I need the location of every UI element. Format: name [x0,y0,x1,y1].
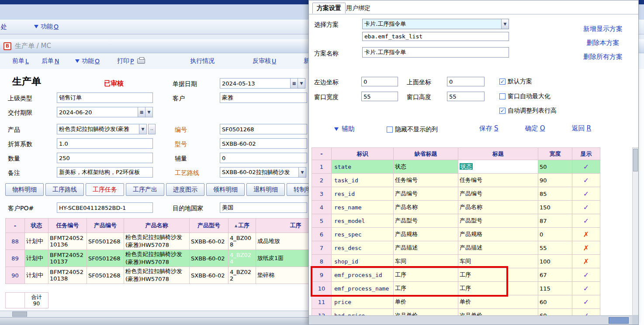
title-cell[interactable]: 任务编号 [458,174,538,187]
dropdown-arrow-icon[interactable]: ▼ [298,168,306,177]
width-cell[interactable]: 90 [538,174,572,187]
tab-进度图示[interactable]: 进度图示 [166,183,204,196]
width-cell[interactable]: 55 [538,241,572,255]
default-title-cell[interactable]: 单价 [394,295,458,309]
show-cell[interactable]: ✓ [572,268,600,282]
width-cell[interactable]: 67 [538,268,572,282]
data-cell[interactable]: SF0501268 [87,250,124,267]
identifier-cell[interactable]: res_name [332,201,394,214]
data-cell[interactable]: BFMT2405210137 [48,250,87,267]
title-cell[interactable]: 产品型号 [458,214,538,228]
default-title-cell[interactable]: 产品编号 [394,187,458,201]
checkbox-default-scheme[interactable]: ✓默认方案 [499,78,532,86]
width-cell[interactable]: 100 [538,255,572,268]
width-cell[interactable]: 50 [538,160,572,174]
default-title-cell[interactable]: 状态 [394,160,458,174]
product-lookup-button[interactable]: .. [148,124,156,134]
scheme-select-combo[interactable]: ▼ [362,19,509,29]
route-field[interactable]: ▼ [220,167,306,178]
scrollbar-thumb[interactable] [12,311,27,317]
identifier-cell[interactable]: state [332,160,394,174]
deadline-input[interactable] [57,107,138,117]
data-cell[interactable]: 计划中 [25,233,48,250]
dropdown-arrow-icon[interactable]: ▼ [298,79,305,88]
checkbox-auto-row-height[interactable]: ✓自动调整列表行高 [499,107,557,115]
show-cell[interactable]: ✓ [572,282,600,295]
default-title-cell[interactable]: 产品名称 [394,201,458,214]
data-cell[interactable]: 计划中 [25,250,48,267]
remark-input[interactable] [57,167,153,178]
default-title-cell[interactable]: 工序 [394,282,458,295]
identifier-cell[interactable]: shop_id [332,255,394,268]
top-coord-input[interactable] [447,77,485,86]
horizontal-scrollbar[interactable] [309,315,632,325]
product-input[interactable] [57,124,139,134]
column-header[interactable]: - [6,219,25,233]
row-number-cell[interactable]: 10 [312,282,332,295]
data-cell[interactable]: SXBB-60-02 [190,233,229,250]
show-cell[interactable]: ✗ [572,255,600,268]
row-number-cell[interactable]: 1 [312,160,332,174]
data-cell[interactable]: SXBB-60-02 [190,250,229,267]
title-cell[interactable]: 工序 [458,282,538,295]
action-返回[interactable]: 返回R [572,124,591,133]
width-cell[interactable]: 85 [538,187,572,201]
show-cell[interactable]: ✓ [572,201,600,214]
row-number-cell[interactable]: 3 [312,187,332,201]
data-cell[interactable]: SF0501268 [87,233,124,250]
data-cell[interactable]: 粉色贵妃拉扣躺椅沙发(豪雅)HW57078 [124,233,190,250]
scheme-select-input[interactable] [363,19,501,29]
width-cell[interactable]: 87 [538,214,572,228]
toolbar-item-3[interactable]: 打印P [117,57,145,65]
data-cell[interactable]: 4_BZ008 [229,233,256,250]
data-cell[interactable]: 粉色贵妃拉扣躺椅沙发(豪雅)HW57078 [124,250,190,267]
column-header[interactable]: 标题 [458,148,538,160]
show-cell[interactable]: ✗ [572,228,600,241]
toolbar-item-5[interactable]: 反审核U [253,57,276,65]
row-number-cell[interactable]: 90 [6,267,25,284]
default-title-cell[interactable]: 产品型号 [394,214,458,228]
column-header[interactable]: 状态 [25,219,48,233]
window-height-input[interactable] [447,92,485,101]
scheme-code-input[interactable] [362,32,509,41]
width-cell[interactable]: 115 [538,282,572,295]
column-header[interactable]: 显示 [572,148,600,160]
row-number-cell[interactable]: 88 [6,233,25,250]
customer-input[interactable] [220,92,307,103]
column-header[interactable]: 宽度 [538,148,572,160]
identifier-cell[interactable]: emf_process_name [332,282,394,295]
scrollbar-thumb[interactable] [633,149,638,171]
scheme-name-input[interactable] [362,47,509,58]
show-cell[interactable]: ✓ [572,295,600,309]
column-header[interactable]: 缺省标题 [394,148,458,160]
show-cell[interactable]: ✓ [572,214,600,228]
checkbox-auto-maximize[interactable]: 窗口自动最大化 [499,92,551,100]
identifier-cell[interactable]: res_desc [332,241,394,255]
country-input[interactable] [220,202,307,213]
code-input[interactable] [220,124,307,134]
identifier-cell[interactable]: emf_process_id [332,268,394,282]
background-function-menu[interactable]: 功能O [34,23,59,31]
toolbar-item-0[interactable]: 前单L [12,57,29,65]
dialog-tab-方案设置[interactable]: 方案设置 [312,3,346,14]
link-删除所有方案[interactable]: 删除所有方案 [583,53,623,61]
row-number-cell[interactable]: 8 [312,255,332,268]
data-cell[interactable]: 计划中 [25,267,48,284]
column-header[interactable]: - [312,148,332,160]
title-cell[interactable]: 产品描述 [458,241,538,255]
toolbar-item-2[interactable]: 功能O [75,57,100,65]
show-cell[interactable]: ✗ [572,241,600,255]
title-cell[interactable]: 状态 [458,160,538,174]
link-新增显示方案[interactable]: 新增显示方案 [583,25,623,33]
row-number-cell[interactable]: 7 [312,241,332,255]
default-title-cell[interactable]: 工序 [394,268,458,282]
column-header[interactable]: ▲工序 [229,219,256,233]
identifier-cell[interactable]: res_model [332,214,394,228]
calendar-icon[interactable]: ▦ [290,79,298,88]
tab-物料明细[interactable]: 物料明细 [5,183,44,196]
factor-input[interactable] [57,138,153,149]
po-input[interactable] [57,202,153,213]
width-cell[interactable]: 60 [538,295,572,309]
action-保存[interactable]: 保存S [479,124,499,133]
identifier-cell[interactable]: task_id [332,174,394,187]
